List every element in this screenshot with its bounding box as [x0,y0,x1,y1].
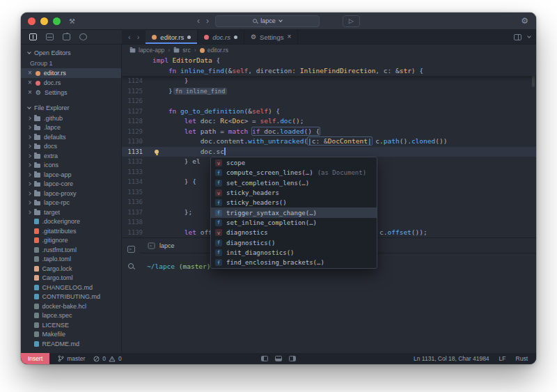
settings-gear-icon[interactable]: ⚙ [521,16,528,26]
split-editor-icon[interactable] [514,34,521,40]
folder-row[interactable]: .github [21,113,121,123]
code-line[interactable]: 1129 let path = match if doc.loaded() { [122,127,536,137]
completion-item[interactable]: vsticky_headers [211,188,377,198]
code-line[interactable]: 1127 fn go_to_definition(&self) { [122,107,536,117]
source-control-panel-icon[interactable] [46,33,54,40]
editor-tab[interactable]: editor.rs [146,30,198,44]
file-row[interactable]: .gitattributes [21,226,121,236]
code-line[interactable]: 1128 let doc: Rc<Doc> = self.doc(); [122,116,536,127]
open-editor-item[interactable]: ×⚙Settings [21,88,121,97]
file-explorer-panel-icon[interactable] [29,33,37,40]
breadcrumb-item[interactable]: editor.rs [200,47,228,54]
file-icon [34,237,39,243]
terminal-icon[interactable] [127,246,135,253]
nav-back-icon[interactable]: ‹ [197,17,200,25]
lightbulb-icon[interactable] [155,150,159,154]
file-row[interactable]: .gitignore [21,236,121,246]
file-explorer-header[interactable]: File Explorer [21,102,121,113]
folder-row[interactable]: icons [21,161,121,171]
completion-item[interactable]: fcompute_screen_lines(…)(as Document) [211,168,377,178]
file-row[interactable]: LICENSE [21,320,121,330]
folder-row[interactable]: extra [21,151,121,161]
file-row[interactable]: Makefile [21,330,121,340]
file-row[interactable]: .taplo.toml [21,255,121,265]
code-line[interactable]: 1131 doc.sc [122,147,536,157]
file-row[interactable]: CHANGELOG.md [21,283,121,292]
folder-row[interactable]: docs [21,142,121,152]
open-editor-item[interactable]: ×editor.rs [21,68,121,78]
folder-row[interactable]: lapce-app [21,170,121,180]
breadcrumb-item[interactable]: src [173,47,190,54]
breadcrumb-item[interactable]: lapce-app [130,47,164,54]
folder-row[interactable]: lapce-core [21,180,121,189]
tab-list-chevron-icon[interactable] [527,34,531,38]
close-icon[interactable]: × [28,89,32,96]
tab-nav: ‹ › [122,30,146,44]
code-line[interactable]: 1126 [122,96,536,107]
run-button[interactable]: ▷ [343,15,360,27]
completion-item[interactable]: vscope [211,158,377,168]
plugin-panel-icon[interactable] [63,33,70,40]
command-palette-button[interactable]: lapce [215,15,320,27]
file-name: .taplo.toml [42,256,72,262]
branch-indicator[interactable]: master [58,355,85,362]
completion-item[interactable]: fset_inline_completion(…) [211,218,377,228]
editor-tab[interactable]: doc.rs [198,30,244,44]
tab-forward-icon[interactable]: › [137,33,140,41]
language-mode[interactable]: Rust [516,355,528,362]
folder-row[interactable]: .lapce [21,123,121,133]
line-number: 1132 [122,157,152,167]
code-line[interactable]: 1124 } [122,76,536,86]
completion-item[interactable]: ftrigger_syntax_change(…) [211,207,377,217]
terminal-tab[interactable]: lapce [140,238,182,253]
completion-item[interactable]: finit_diagnostics() [211,248,377,258]
folder-row[interactable]: defaults [21,132,121,142]
code-line[interactable]: 1130 doc.content.with_untracked(|c: &Doc… [122,136,536,147]
editor-tab[interactable]: ⚙Settings× [244,30,298,44]
file-row[interactable]: lapce.spec [21,311,121,321]
tab-label: Settings [260,33,283,41]
file-row[interactable]: Cargo.lock [21,264,121,274]
file-row[interactable]: Cargo.toml [21,274,121,283]
tab-back-icon[interactable]: ‹ [128,33,131,41]
completion-item[interactable]: vdiagnostics [211,228,377,237]
nav-forward-icon[interactable]: › [206,17,209,25]
folder-row[interactable]: lapce-proxy [21,189,121,198]
file-row[interactable]: README.md [21,339,121,349]
toggle-left-panel-icon[interactable] [261,356,268,361]
toggle-bottom-panel-icon[interactable] [275,356,282,361]
file-name: CONTRIBUTING.md [42,293,101,300]
completion-item[interactable]: fset_completion_lens(…) [211,178,377,188]
close-icon[interactable]: × [28,70,32,77]
file-icon [34,294,39,299]
completion-item[interactable]: fdiagnostics() [211,237,377,247]
close-window-button[interactable] [28,17,36,25]
folder-row[interactable]: lapce-rpc [21,198,121,208]
open-editors-header[interactable]: Open Editors [21,47,121,58]
folder-row[interactable]: target [21,207,121,217]
zoom-window-button[interactable] [53,17,61,25]
code-line[interactable]: 1125 }fn inline_find [122,86,536,97]
line-ending[interactable]: LF [499,355,506,362]
close-icon[interactable]: × [287,33,291,40]
code-token [152,107,168,115]
open-editor-item[interactable]: ×doc.rs [21,78,121,88]
close-icon[interactable]: × [28,79,32,86]
file-row[interactable]: docker-bake.hcl [21,301,121,311]
problems-indicator[interactable]: 0 0 [93,355,121,362]
file-row[interactable]: CONTRIBUTING.md [21,292,121,302]
minimize-window-button[interactable] [40,17,48,25]
folder-icon [34,145,40,150]
window-tools-icon[interactable]: ⚒ [69,17,75,25]
chevron-right-icon [27,125,31,130]
cursor-position[interactable]: Ln 1131, Col 18, Char 41984 [414,355,489,362]
debug-panel-icon[interactable] [79,33,87,40]
toggle-right-panel-icon[interactable] [289,356,296,361]
completion-item[interactable]: ffind_enclosing_brackets(…) [211,258,377,267]
file-row[interactable]: .rustfmt.toml [21,245,121,255]
breadcrumb: lapce-app›src›editor.rs [122,45,536,56]
search-panel-icon[interactable] [128,263,134,269]
mode-badge[interactable]: Insert [21,353,49,364]
file-row[interactable]: .dockerignore [21,217,121,227]
completion-item[interactable]: fsticky_headers() [211,198,377,207]
